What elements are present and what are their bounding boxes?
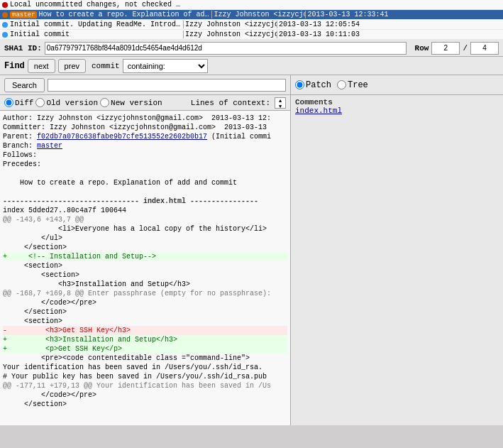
lines-of-context-label: Lines of context:: [191, 99, 270, 107]
context-spinner[interactable]: ▲ ▼: [275, 97, 286, 109]
diff-content: Author: Izzy Johnston <izzycjohnston@gma…: [0, 111, 290, 425]
diff-line: </code></pre>: [3, 390, 287, 400]
commit-row-master[interactable]: master How to create a repo. Explanation…: [0, 10, 503, 20]
diff-line: </section>: [3, 307, 287, 317]
spinner-up-icon[interactable]: ▲: [275, 98, 285, 104]
next-button[interactable]: next: [28, 59, 55, 73]
commit-date: 2013-03-13 12:05:54: [277, 21, 503, 28]
diff-line: </section>: [3, 243, 287, 252]
diff-line: </ul>: [3, 234, 287, 243]
diff-hunk-header: @@ -168,7 +169,8 @@ Enter passphrase (em…: [3, 289, 287, 298]
right-panel: Patch Tree Comments index.html: [291, 75, 503, 425]
patch-radio-label[interactable]: Patch: [295, 80, 331, 90]
diff-line-added: + <h3>Installation and Setup</h3>: [3, 335, 287, 344]
diff-line: </code></pre>: [3, 298, 287, 307]
find-row: Find next prev commit containing:: [0, 57, 503, 75]
old-version-radio[interactable]: [35, 98, 45, 107]
patch-label: Patch: [306, 80, 331, 90]
commit-row-uncommitted[interactable]: Local uncommitted changes, not checked i…: [0, 0, 503, 10]
comments-title: Comments: [295, 98, 499, 106]
tree-radio-label[interactable]: Tree: [337, 80, 368, 90]
diff-line: <pre><code contenteditable class ="comma…: [3, 354, 287, 363]
commit-dot: [2, 12, 8, 18]
prev-button[interactable]: prev: [58, 59, 86, 73]
diff-line-added: + <p>Get SSH Key</p>: [3, 344, 287, 354]
search-button[interactable]: Search: [4, 78, 45, 92]
containing-select[interactable]: containing:: [123, 59, 208, 73]
search-bar: Search: [0, 75, 290, 95]
comments-file-link[interactable]: index.html: [295, 106, 499, 115]
tree-radio[interactable]: [337, 80, 346, 89]
row-label: Row: [415, 44, 429, 53]
row-value-input[interactable]: [431, 42, 460, 55]
main-area: Search Diff Old version New version Line: [0, 75, 503, 425]
left-panel: Search Diff Old version New version Line: [0, 75, 291, 425]
row-total-input[interactable]: [470, 42, 499, 55]
diff-commit-msg: How to create a repo. Explanation of add…: [3, 178, 287, 187]
new-version-label: New version: [111, 99, 162, 107]
new-version-radio-label[interactable]: New version: [100, 98, 162, 107]
patch-tree-radio-group: Patch Tree: [295, 80, 368, 90]
commit-message: Initial commit: [10, 31, 183, 38]
diff-line: <h3>Installation and Setup</h3>: [3, 280, 287, 289]
diff-meta-line: Parent: f02db7a078c638fabe9b7cfe513552e2…: [3, 132, 287, 141]
diff-file-header: -------------------------------- index.h…: [3, 197, 287, 206]
search-input[interactable]: [48, 79, 286, 92]
diff-meta-line: Precedes:: [3, 160, 287, 169]
comments-section: Comments index.html: [291, 95, 503, 118]
diff-radio-group: Diff Old version New version: [4, 98, 162, 107]
patch-radio[interactable]: [295, 80, 304, 89]
row-slash: /: [463, 44, 468, 53]
old-version-label: Old version: [46, 99, 98, 107]
commit-dot: [2, 32, 8, 38]
commit-dot: [2, 2, 8, 8]
branch-link[interactable]: master: [37, 142, 62, 150]
commit-message: Initial commit. Updating ReadMe. Introdu…: [10, 21, 183, 28]
diff-line: Your identification has been saved in /U…: [3, 363, 287, 372]
parent-link[interactable]: f02db7a078c638fabe9b7cfe513552e2602b0b17: [37, 133, 207, 141]
diff-meta-line: Follows:: [3, 151, 287, 160]
diff-line: </section>: [3, 400, 287, 409]
diff-line: <section>: [3, 271, 287, 280]
diff-index: index 5dded27..80c4a7f 100644: [3, 206, 287, 215]
diff-meta-line: Branch: master: [3, 141, 287, 151]
diff-line: <section>: [3, 317, 287, 326]
diff-radio-label[interactable]: Diff: [4, 98, 33, 107]
old-version-radio-label[interactable]: Old version: [35, 98, 98, 107]
commit-date: 2013-03-13 10:11:03: [277, 31, 503, 38]
commit-row-3[interactable]: Initial commit Izzy Johnston <izzycjohns…: [0, 30, 503, 40]
commit-label: commit: [92, 62, 120, 70]
spinner-down-icon[interactable]: ▼: [275, 104, 285, 109]
diff-label: Diff: [15, 99, 33, 107]
commit-message: How to create a repo. Explanation of add…: [38, 11, 211, 18]
patch-tree-row: Patch Tree: [291, 75, 503, 95]
commit-message: Local uncommitted changes, not checked i…: [10, 1, 183, 9]
commit-row-2[interactable]: Initial commit. Updating ReadMe. Introdu…: [0, 20, 503, 30]
diff-meta-line: Author: Izzy Johnston <izzycjohnston@gma…: [3, 114, 287, 123]
diff-line: <section>: [3, 261, 287, 271]
branch-tag: master: [10, 11, 37, 18]
sha-label: SHA1 ID:: [4, 44, 42, 53]
sha-row: SHA1 ID: Row /: [0, 40, 503, 57]
diff-toggle-row: Diff Old version New version Lines of co…: [0, 95, 290, 111]
sha-input[interactable]: [45, 42, 407, 55]
diff-hunk-header: @@ -143,6 +143,7 @@: [3, 215, 287, 224]
diff-line-added: + <!-- Installation and Setup-->: [3, 252, 287, 261]
commit-dot: [2, 22, 8, 28]
diff-hunk-header: @@ -177,11 +179,13 @@ Your identificatio…: [3, 381, 287, 390]
commit-author: Izzy Johnston <izzycjohnston@gr: [211, 11, 305, 18]
commit-list: Local uncommitted changes, not checked i…: [0, 0, 503, 40]
diff-meta-line: Committer: Izzy Johnston <izzycjohnston@…: [3, 123, 287, 132]
diff-line: <li>Everyone has a local copy of the his…: [3, 224, 287, 234]
find-label: Find: [4, 61, 25, 71]
commit-date: 2013-03-13 12:33:41: [305, 11, 503, 18]
commit-author: Izzy Johnston <izzycjohnston@gr: [183, 21, 277, 28]
diff-radio[interactable]: [4, 98, 13, 107]
commit-author: Izzy Johnston <izzycjohnston@gr: [183, 31, 277, 38]
tree-label: Tree: [348, 80, 368, 90]
diff-line-removed: - <h3>Get SSH Key</h3>: [3, 326, 287, 335]
new-version-radio[interactable]: [100, 98, 109, 107]
diff-line: # Your public key has been saved in /Use…: [3, 372, 287, 381]
